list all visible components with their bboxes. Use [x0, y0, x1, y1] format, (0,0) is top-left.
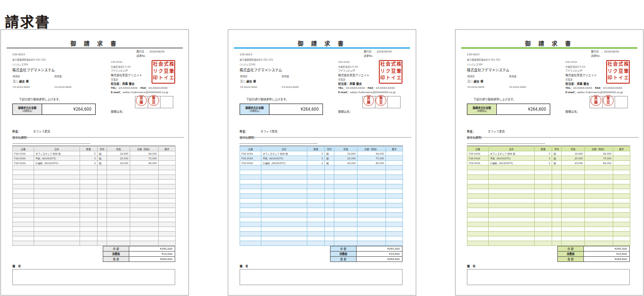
col-header-qty: 数量 [307, 146, 325, 151]
item-cell-amount [358, 170, 386, 175]
seal-char: 藤 [594, 101, 598, 104]
item-cell-price [334, 184, 358, 189]
item-cell-name: オフィスチェア 肘付 黒 [261, 151, 307, 156]
remarks-box[interactable] [467, 269, 630, 285]
item-cell-code [13, 227, 34, 232]
item-cell-amount [358, 189, 386, 194]
empty-item-row [13, 165, 176, 170]
col-header-unit: 単位 [325, 146, 334, 151]
page-title: 請求書 [5, 10, 50, 31]
totals-row-label: 小 計 [103, 246, 129, 252]
totals-row: 合 計¥264,600 [103, 257, 175, 262]
approval-seal-fudemame: 筆 豆 [376, 95, 386, 106]
item-cell-code [467, 213, 489, 218]
item-cell-name [34, 241, 80, 246]
item-cell-name [261, 236, 307, 241]
item-cell-amount [130, 213, 159, 218]
remarks-box[interactable] [240, 269, 402, 285]
item-cell-code [240, 227, 261, 232]
item-cell-note [613, 165, 630, 170]
item-cell-qty [307, 194, 325, 199]
client-address1: 東京都墨田区錦糸町X-321-321 [12, 59, 46, 61]
remarks-box[interactable] [12, 269, 175, 285]
item-cell-name [489, 218, 535, 222]
item-cell-code: F18-10XX [240, 151, 261, 156]
seal-char: 豆 [607, 101, 610, 104]
invoice-doc-green[interactable]: 御 請 求 書 130-0013 東京都墨田区錦糸町X-321-321 ○○パレ… [455, 29, 644, 296]
item-cell-name [489, 213, 535, 218]
company-seal-stamp: 株式会社 筆豆クリ エイト印 [606, 60, 630, 84]
item-cell-amount [585, 222, 613, 227]
item-cell-amount [130, 236, 159, 241]
item-row: F18-00XX平机（W100/D70）3個25,00075,000 [13, 156, 176, 161]
item-cell-price [562, 194, 585, 199]
item-cell-code [240, 232, 261, 236]
col-header-price: 単価 [107, 146, 130, 151]
item-cell-unit [325, 222, 334, 227]
item-cell-amount: 75,000 [358, 156, 386, 161]
item-cell-code [240, 175, 261, 180]
item-cell-name [261, 222, 307, 227]
item-cell-price [334, 170, 358, 175]
item-cell-name: 平机（W100/D70） [34, 156, 80, 161]
item-cell-note [159, 189, 176, 194]
item-cell-qty [535, 199, 552, 203]
item-cell-qty [80, 199, 98, 203]
subject-underline [12, 133, 184, 138]
issuer-email-label: E-mail： [338, 91, 350, 94]
empty-item-row [13, 184, 176, 189]
approval-seal-saitou: 斉 藤 [136, 95, 147, 106]
item-cell-code: F19-00XX [467, 161, 489, 165]
item-cell-name [34, 184, 80, 189]
approval-seal-fudemame: 筆 豆 [148, 95, 159, 106]
item-cell-code [240, 189, 261, 194]
item-cell-name [34, 175, 80, 180]
item-cell-name: オフィスチェア 肘付 黒 [34, 151, 80, 156]
item-cell-code [13, 218, 34, 222]
invoice-doc-blue[interactable]: 御 請 求 書 130-0013 東京都墨田区錦糸町X-321-321 ○○パレ… [228, 29, 416, 296]
empty-item-row [13, 241, 176, 246]
item-cell-amount [130, 232, 159, 236]
invoice-doc-gray[interactable]: 御 請 求 書 130-0013 東京都墨田区錦糸町X-321-321 ○○パレ… [0, 29, 189, 296]
client-company: 株式会社フデマメシステム [467, 69, 510, 72]
item-cell-price: 43,000 [334, 161, 358, 165]
remarks-label: 備 考 [467, 264, 630, 268]
client-person: 三○ 諭吉 様 [13, 80, 28, 83]
item-cell-code [467, 189, 489, 194]
item-cell-qty: 2 [80, 161, 98, 165]
item-cell-name [489, 189, 535, 194]
item-cell-qty [307, 203, 325, 208]
empty-item-row [240, 213, 403, 218]
item-cell-name [489, 208, 535, 213]
empty-item-row [13, 232, 176, 236]
empty-item-row [240, 199, 403, 203]
approval-cell [161, 96, 173, 108]
item-cell-unit [552, 165, 562, 170]
item-cell-price [562, 236, 585, 241]
item-cell-unit [98, 184, 107, 189]
item-cell-unit [325, 199, 334, 203]
item-cell-amount: 84,000 [585, 151, 613, 156]
item-cell-price: 25,000 [334, 156, 358, 161]
item-cell-unit [552, 236, 562, 241]
item-cell-price: 43,000 [562, 161, 585, 165]
empty-item-row [467, 232, 630, 236]
item-cell-amount [358, 241, 386, 246]
item-cell-note [386, 151, 403, 156]
item-cell-note [159, 203, 176, 208]
empty-item-row [13, 218, 176, 222]
item-cell-name [34, 199, 80, 203]
item-cell-amount: 75,000 [585, 156, 613, 161]
client-address2: ○○パレス32X [467, 63, 483, 66]
seal-char: 藤 [367, 101, 371, 104]
item-cell-amount [585, 165, 613, 170]
totals-row-value: ¥264,600 [584, 257, 630, 262]
issuer-address1: 台東区浅草2-5-XX [338, 66, 358, 68]
item-cell-note [386, 180, 403, 184]
issue-date-line: 発行日 ：2016/08/30 [364, 51, 392, 53]
issuer-tel: 03-XXXX-XXXX [573, 87, 592, 89]
item-cell-name [489, 199, 535, 203]
due-label: 御支払期限： [467, 136, 484, 139]
item-cell-code [13, 180, 34, 184]
item-cell-note [386, 161, 403, 165]
